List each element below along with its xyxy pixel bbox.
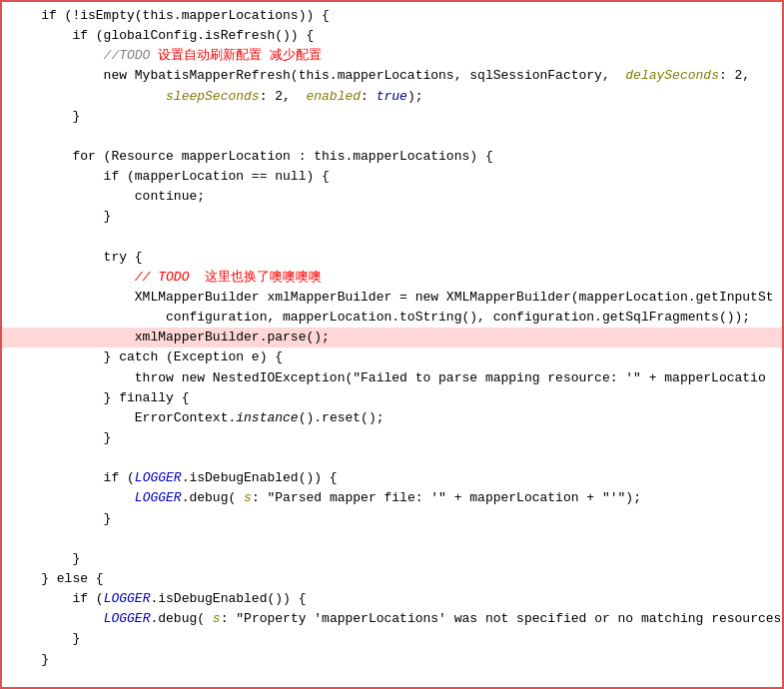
token: if (globalConfig.isRefresh()) { [10,28,314,43]
token: XMLMapperBuilder xmlMapperBuilder = new … [10,290,774,305]
code-line: } [2,428,782,448]
token: if ( [10,591,104,606]
code-line: if (LOGGER.isDebugEnabled()) { [2,468,782,488]
line-content [10,228,774,248]
token: } [10,209,111,224]
token: } catch (Exception e) { [10,349,283,364]
token: //TODO [10,48,158,63]
code-line: } finally { [2,388,782,408]
code-line: ErrorContext.instance().reset(); [2,408,782,428]
line-content [10,529,774,549]
line-content [10,448,774,468]
token: } finally { [10,390,189,405]
token: s [213,611,221,626]
code-line: xmlMapperBuilder.parse(); [2,328,782,347]
code-line: } [2,549,782,569]
line-content: xmlMapperBuilder.parse(); [10,328,774,347]
code-line: } [2,509,782,529]
token: sleepSeconds [166,89,260,104]
line-content: LOGGER.debug( s: "Parsed mapper file: '"… [10,488,774,508]
token: : [361,89,377,104]
token: new MybatisMapperRefresh(this.mapperLoca… [10,68,625,83]
token: } [10,109,80,124]
line-content: } [10,629,774,649]
token: // TODO [10,270,205,285]
token: if (mapperLocation == null) { [10,169,330,184]
token: true [377,89,407,104]
code-line: XMLMapperBuilder xmlMapperBuilder = new … [2,288,782,308]
code-line [2,529,782,549]
token: if (!isEmpty(this.mapperLocations)) { [10,8,330,23]
code-line: // TODO 这里也换了噢噢噢噢 [2,268,782,288]
line-content: try { [10,248,774,268]
line-content: if (LOGGER.isDebugEnabled()) { [10,589,774,609]
line-content: sleepSeconds: 2, enabled: true); [10,87,774,107]
code-line: LOGGER.debug( s: "Property 'mapperLocati… [2,609,782,629]
token: } [10,652,49,667]
token: } [10,511,111,526]
line-content [10,670,774,689]
line-content: } [10,207,774,227]
line-content: LOGGER.debug( s: "Property 'mapperLocati… [10,609,781,629]
token: enabled [306,89,361,104]
token: ); [407,89,423,104]
line-content: continue; [10,187,774,207]
code-line [2,228,782,248]
line-content: if (globalConfig.isRefresh()) { [10,26,774,46]
line-content: } [10,650,774,670]
token: LOGGER [135,490,182,505]
line-content: ErrorContext.instance().reset(); [10,408,774,428]
code-line: if (LOGGER.isDebugEnabled()) { [2,589,782,609]
token: ErrorContext. [10,410,236,425]
token: .debug( [182,490,244,505]
line-content: if (mapperLocation == null) { [10,167,774,187]
code-content: if (!isEmpty(this.mapperLocations)) { if… [2,2,782,689]
code-line: } [2,650,782,670]
code-line: if (globalConfig.isRefresh()) { [2,26,782,46]
token: LOGGER [104,591,151,606]
line-content: if (LOGGER.isDebugEnabled()) { [10,468,774,488]
code-line: throw new NestedIOException("Failed to p… [2,368,782,388]
token: xmlMapperBuilder.parse(); [10,330,330,344]
line-content [10,127,774,147]
token: s [244,490,252,505]
token: try { [10,250,143,265]
token: LOGGER [135,470,182,485]
code-line: configuration, mapperLocation.toString()… [2,308,782,328]
token: configuration, mapperLocation.toString()… [10,310,750,325]
token: if ( [10,470,135,485]
line-content: new MybatisMapperRefresh(this.mapperLoca… [10,66,774,86]
token: for (Resource mapperLocation : this.mapp… [10,149,493,164]
line-content: throw new NestedIOException("Failed to p… [10,368,774,388]
token: } [10,430,111,445]
code-line [2,448,782,468]
token: 这里也换了噢噢噢噢 [205,270,322,285]
line-content: //TODO 设置自动刷新配置 减少配置 [10,46,774,66]
token: continue; [10,189,205,204]
line-content: configuration, mapperLocation.toString()… [10,308,774,328]
line-content: for (Resource mapperLocation : this.mapp… [10,147,774,167]
token: 设置自动刷新配置 减少配置 [158,48,322,63]
line-content: } [10,107,774,127]
token: .isDebugEnabled()) { [182,470,338,485]
code-line: } [2,207,782,227]
code-line: } [2,629,782,649]
token: ().reset(); [299,410,385,425]
token: : "Parsed mapper file: '" + mapperLocati… [252,490,641,505]
code-line: if (!isEmpty(this.mapperLocations)) { [2,6,782,26]
token: .isDebugEnabled()) { [150,591,306,606]
line-content: // TODO 这里也换了噢噢噢噢 [10,268,774,288]
line-content: XMLMapperBuilder xmlMapperBuilder = new … [10,288,774,308]
line-content: } else { [10,569,774,589]
token: } [10,551,80,566]
token [10,490,135,505]
code-line: } [2,107,782,127]
line-content: } finally { [10,388,774,408]
code-line: } catch (Exception e) { [2,347,782,367]
token: delaySeconds [625,68,719,83]
code-line: new MybatisMapperRefresh(this.mapperLoca… [2,66,782,86]
token: } else { [10,571,104,586]
token [10,611,104,626]
code-line [2,127,782,147]
token [10,89,166,104]
